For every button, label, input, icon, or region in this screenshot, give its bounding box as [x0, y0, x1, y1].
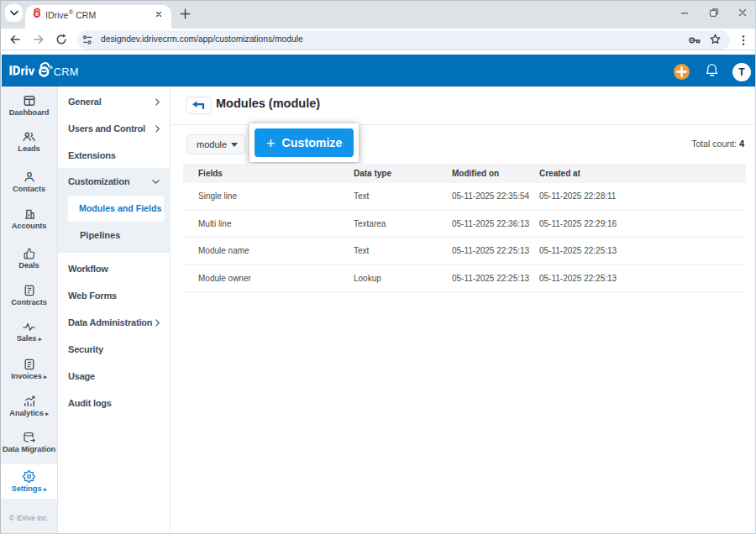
svg-text:CRM: CRM	[54, 65, 79, 78]
